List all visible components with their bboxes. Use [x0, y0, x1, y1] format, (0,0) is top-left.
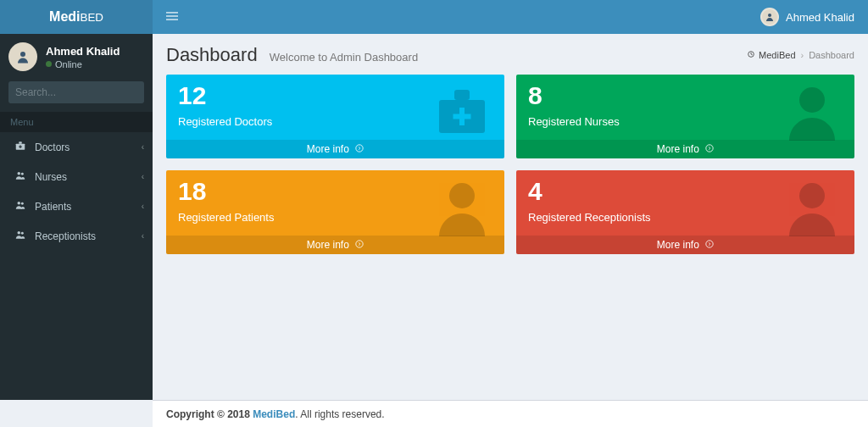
sidebar-search	[0, 81, 153, 112]
main-footer: Copyright © 2018 MediBed. All rights res…	[153, 400, 868, 427]
menu-heading: Menu	[0, 112, 153, 132]
chevron-left-icon: ‹	[142, 142, 144, 152]
sidebar-item-label: Nurses	[35, 171, 67, 183]
page-subtitle: Welcome to Admin Dashboard	[270, 51, 418, 64]
content-header: Dashboard Welcome to Admin Dashboard Med…	[166, 44, 854, 66]
svg-point-11	[18, 172, 21, 175]
stats-row-2: 18 Registered Patients More info 4 Regis…	[166, 170, 854, 254]
card-label: Registered Receptionists	[528, 211, 843, 224]
svg-point-26	[706, 145, 713, 152]
footer-copyright: Copyright © 2018	[166, 408, 253, 420]
bars-icon	[166, 11, 178, 25]
sidebar-user-name: Ahmed Khalid	[46, 45, 120, 58]
sidebar-item-label: Receptionists	[35, 230, 96, 242]
stats-row-1: 12 Registered Doctors More info 8 Regist…	[166, 75, 854, 158]
card-receptionists: 4 Registered Receptionists More info	[516, 170, 854, 254]
svg-point-3	[768, 14, 771, 17]
sidebar-item-label: Doctors	[35, 141, 70, 153]
brand-logo[interactable]: MediBED	[0, 0, 153, 34]
card-patients: 18 Registered Patients More info	[166, 170, 504, 254]
dashboard-icon	[747, 50, 755, 60]
svg-point-16	[21, 232, 24, 235]
users-icon	[13, 169, 28, 184]
card-value: 18	[178, 177, 492, 206]
svg-point-30	[706, 241, 713, 247]
footer-suffix: . All rights reserved.	[295, 408, 384, 420]
top-navbar: Ahmed Khalid	[153, 0, 868, 34]
breadcrumb-current: Dashboard	[809, 50, 854, 60]
sidebar-item-receptionists[interactable]: Receptionists ‹	[0, 221, 153, 251]
svg-point-4	[20, 52, 25, 57]
svg-point-15	[18, 231, 21, 235]
card-label: Registered Nurses	[528, 115, 843, 128]
card-value: 12	[178, 81, 492, 110]
card-nurses: 8 Registered Nurses More info	[516, 75, 854, 158]
svg-rect-0	[166, 12, 178, 13]
avatar-icon	[8, 42, 37, 71]
online-dot-icon	[46, 61, 52, 67]
card-more-link[interactable]: More info	[166, 236, 504, 254]
avatar-icon	[760, 8, 779, 26]
main-header: MediBED Ahmed Khalid	[0, 0, 868, 34]
card-value: 4	[528, 177, 843, 206]
svg-point-28	[356, 241, 363, 247]
sidebar-toggle-button[interactable]	[166, 10, 178, 25]
card-label: Registered Patients	[178, 211, 492, 224]
content-area: Dashboard Welcome to Admin Dashboard Med…	[153, 34, 868, 400]
svg-point-12	[21, 173, 24, 175]
card-doctors: 12 Registered Doctors More info	[166, 75, 504, 158]
sidebar-item-label: Patients	[35, 201, 71, 213]
breadcrumb-home[interactable]: MediBed	[747, 50, 795, 60]
card-more-link[interactable]: More info	[166, 140, 504, 158]
svg-rect-10	[19, 147, 22, 147]
brand-light: BED	[81, 11, 103, 24]
chevron-left-icon: ‹	[142, 202, 144, 211]
arrow-right-circle-icon	[705, 239, 714, 251]
brand-bold: Medi	[49, 9, 80, 24]
svg-point-13	[18, 202, 21, 205]
svg-rect-2	[166, 19, 178, 19]
card-label: Registered Doctors	[178, 115, 492, 128]
header-user-name: Ahmed Khalid	[786, 11, 854, 24]
svg-line-19	[751, 54, 753, 55]
svg-rect-8	[19, 141, 22, 143]
sidebar-user-panel: Ahmed Khalid Online	[0, 34, 153, 81]
page-title: Dashboard Welcome to Admin Dashboard	[166, 44, 418, 66]
svg-rect-1	[166, 15, 178, 16]
search-input[interactable]	[8, 81, 144, 103]
users-icon	[13, 199, 28, 214]
breadcrumb: MediBed › Dashboard	[747, 50, 854, 60]
users-icon	[13, 229, 28, 243]
user-menu[interactable]: Ahmed Khalid	[760, 8, 854, 26]
sidebar-item-nurses[interactable]: Nurses ‹	[0, 162, 153, 191]
arrow-right-circle-icon	[705, 143, 714, 155]
sidebar-item-doctors[interactable]: Doctors ‹	[0, 132, 153, 162]
svg-point-24	[356, 145, 363, 152]
card-more-link[interactable]: More info	[516, 236, 854, 254]
chevron-left-icon: ‹	[142, 172, 144, 181]
card-more-link[interactable]: More info	[516, 140, 854, 158]
arrow-right-circle-icon	[355, 239, 364, 251]
svg-point-14	[21, 202, 24, 205]
arrow-right-circle-icon	[355, 143, 364, 155]
sidebar-nav: Doctors ‹ Nurses ‹ Patients ‹	[0, 132, 153, 251]
breadcrumb-separator: ›	[801, 50, 804, 60]
sidebar-user-status: Online	[46, 59, 120, 69]
card-value: 8	[528, 81, 843, 110]
chevron-left-icon: ‹	[142, 231, 144, 241]
sidebar: Ahmed Khalid Online Menu Doctors	[0, 34, 153, 400]
footer-brand-link[interactable]: MediBed	[253, 408, 295, 420]
briefcase-icon	[13, 140, 28, 154]
sidebar-item-patients[interactable]: Patients ‹	[0, 191, 153, 221]
